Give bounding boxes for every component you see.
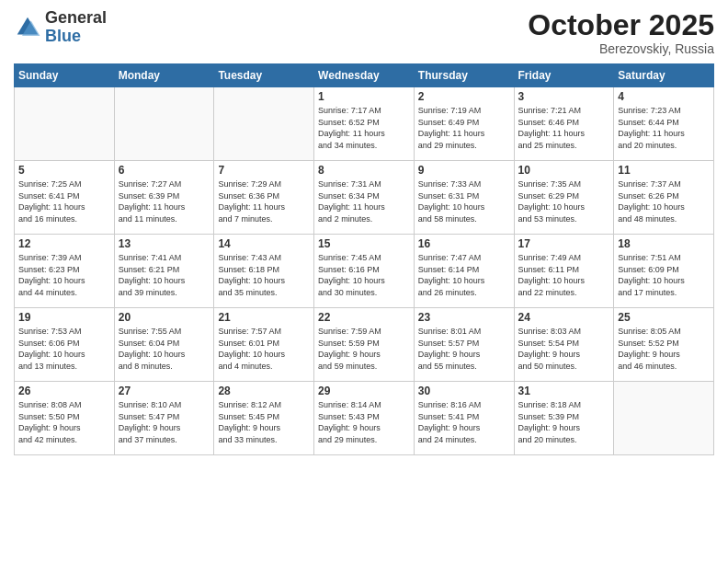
day-number: 30 [418,385,510,397]
logo-blue: Blue [45,28,107,46]
calendar-cell: 5Sunrise: 7:25 AM Sunset: 6:41 PM Daylig… [15,161,115,235]
day-number: 16 [418,237,510,250]
day-number: 25 [618,311,710,324]
day-number: 19 [18,311,110,324]
day-number: 9 [418,164,510,177]
calendar-cell: 26Sunrise: 8:08 AM Sunset: 5:50 PM Dayli… [15,382,115,455]
day-number: 14 [218,237,310,250]
day-info: Sunrise: 7:47 AM Sunset: 6:14 PM Dayligh… [418,252,510,298]
day-of-week-header: Saturday [614,64,714,87]
day-number: 12 [18,237,110,250]
day-of-week-header: Monday [114,64,214,87]
calendar-cell: 10Sunrise: 7:35 AM Sunset: 6:29 PM Dayli… [514,161,614,235]
day-info: Sunrise: 7:55 AM Sunset: 6:04 PM Dayligh… [119,326,210,372]
day-info: Sunrise: 7:17 AM Sunset: 6:52 PM Dayligh… [318,105,410,151]
calendar-cell: 27Sunrise: 8:10 AM Sunset: 5:47 PM Dayli… [114,382,214,455]
logo-icon [14,14,41,41]
calendar-cell: 19Sunrise: 7:53 AM Sunset: 6:06 PM Dayli… [15,308,115,382]
day-number: 10 [518,164,610,177]
day-number: 23 [418,311,510,324]
day-number: 3 [518,90,610,103]
day-number: 22 [318,311,410,324]
day-info: Sunrise: 8:12 AM Sunset: 5:45 PM Dayligh… [218,399,310,445]
day-info: Sunrise: 7:57 AM Sunset: 6:01 PM Dayligh… [218,326,310,372]
calendar-cell: 6Sunrise: 7:27 AM Sunset: 6:39 PM Daylig… [114,161,214,235]
day-info: Sunrise: 7:33 AM Sunset: 6:31 PM Dayligh… [418,178,510,224]
day-info: Sunrise: 7:53 AM Sunset: 6:06 PM Dayligh… [18,326,110,372]
calendar-cell: 20Sunrise: 7:55 AM Sunset: 6:04 PM Dayli… [114,308,214,382]
day-number: 27 [119,385,210,397]
calendar-header-row: SundayMondayTuesdayWednesdayThursdayFrid… [15,64,714,87]
day-number: 13 [119,237,210,250]
calendar-week-row: 19Sunrise: 7:53 AM Sunset: 6:06 PM Dayli… [15,308,714,382]
day-number: 5 [18,164,110,177]
subtitle: Berezovskiy, Russia [528,41,714,56]
calendar-cell: 24Sunrise: 8:03 AM Sunset: 5:54 PM Dayli… [514,308,614,382]
day-number: 31 [518,385,610,397]
day-of-week-header: Friday [514,64,614,87]
calendar-cell: 1Sunrise: 7:17 AM Sunset: 6:52 PM Daylig… [314,87,415,161]
logo-general: General [45,9,107,28]
calendar-cell [15,87,115,161]
day-info: Sunrise: 7:27 AM Sunset: 6:39 PM Dayligh… [119,178,210,224]
calendar-cell: 12Sunrise: 7:39 AM Sunset: 6:23 PM Dayli… [15,235,115,308]
day-number: 24 [518,311,610,324]
calendar-cell [114,87,214,161]
day-info: Sunrise: 7:29 AM Sunset: 6:36 PM Dayligh… [218,178,310,224]
day-info: Sunrise: 7:59 AM Sunset: 5:59 PM Dayligh… [318,326,410,372]
day-info: Sunrise: 8:10 AM Sunset: 5:47 PM Dayligh… [119,399,210,445]
day-number: 17 [518,237,610,250]
day-number: 1 [318,90,410,103]
header: General Blue October 2025 Berezovskiy, R… [14,9,714,56]
day-number: 7 [218,164,310,177]
calendar-cell: 29Sunrise: 8:14 AM Sunset: 5:43 PM Dayli… [314,382,415,455]
day-info: Sunrise: 8:03 AM Sunset: 5:54 PM Dayligh… [518,326,610,372]
calendar-cell: 16Sunrise: 7:47 AM Sunset: 6:14 PM Dayli… [414,235,514,308]
day-info: Sunrise: 7:35 AM Sunset: 6:29 PM Dayligh… [518,178,610,224]
calendar-cell: 2Sunrise: 7:19 AM Sunset: 6:49 PM Daylig… [414,87,514,161]
calendar-week-row: 5Sunrise: 7:25 AM Sunset: 6:41 PM Daylig… [15,161,714,235]
calendar: SundayMondayTuesdayWednesdayThursdayFrid… [14,63,714,455]
day-number: 8 [318,164,410,177]
day-number: 4 [618,90,710,103]
calendar-cell: 11Sunrise: 7:37 AM Sunset: 6:26 PM Dayli… [614,161,714,235]
day-info: Sunrise: 8:05 AM Sunset: 5:52 PM Dayligh… [618,326,710,372]
calendar-cell: 28Sunrise: 8:12 AM Sunset: 5:45 PM Dayli… [214,382,314,455]
day-number: 21 [218,311,310,324]
logo: General Blue [14,9,107,46]
calendar-week-row: 26Sunrise: 8:08 AM Sunset: 5:50 PM Dayli… [15,382,714,455]
day-number: 11 [618,164,710,177]
calendar-cell [614,382,714,455]
day-number: 29 [318,385,410,397]
calendar-cell: 22Sunrise: 7:59 AM Sunset: 5:59 PM Dayli… [314,308,415,382]
logo-text: General Blue [45,9,107,46]
calendar-week-row: 12Sunrise: 7:39 AM Sunset: 6:23 PM Dayli… [15,235,714,308]
calendar-cell: 9Sunrise: 7:33 AM Sunset: 6:31 PM Daylig… [414,161,514,235]
page-container: General Blue October 2025 Berezovskiy, R… [0,0,728,465]
calendar-cell [214,87,314,161]
calendar-cell: 23Sunrise: 8:01 AM Sunset: 5:57 PM Dayli… [414,308,514,382]
day-info: Sunrise: 7:45 AM Sunset: 6:16 PM Dayligh… [318,252,410,298]
day-info: Sunrise: 7:21 AM Sunset: 6:46 PM Dayligh… [518,105,610,151]
calendar-cell: 18Sunrise: 7:51 AM Sunset: 6:09 PM Dayli… [614,235,714,308]
day-info: Sunrise: 7:37 AM Sunset: 6:26 PM Dayligh… [618,178,710,224]
calendar-cell: 4Sunrise: 7:23 AM Sunset: 6:44 PM Daylig… [614,87,714,161]
day-info: Sunrise: 7:43 AM Sunset: 6:18 PM Dayligh… [218,252,310,298]
calendar-cell: 14Sunrise: 7:43 AM Sunset: 6:18 PM Dayli… [214,235,314,308]
day-info: Sunrise: 7:19 AM Sunset: 6:49 PM Dayligh… [418,105,510,151]
day-info: Sunrise: 8:16 AM Sunset: 5:41 PM Dayligh… [418,399,510,445]
day-of-week-header: Thursday [414,64,514,87]
day-info: Sunrise: 7:51 AM Sunset: 6:09 PM Dayligh… [618,252,710,298]
day-info: Sunrise: 7:49 AM Sunset: 6:11 PM Dayligh… [518,252,610,298]
calendar-cell: 17Sunrise: 7:49 AM Sunset: 6:11 PM Dayli… [514,235,614,308]
day-info: Sunrise: 7:25 AM Sunset: 6:41 PM Dayligh… [18,178,110,224]
day-number: 18 [618,237,710,250]
day-info: Sunrise: 8:08 AM Sunset: 5:50 PM Dayligh… [18,399,110,445]
calendar-cell: 13Sunrise: 7:41 AM Sunset: 6:21 PM Dayli… [114,235,214,308]
day-number: 6 [119,164,210,177]
day-info: Sunrise: 8:01 AM Sunset: 5:57 PM Dayligh… [418,326,510,372]
day-info: Sunrise: 7:31 AM Sunset: 6:34 PM Dayligh… [318,178,410,224]
day-of-week-header: Tuesday [214,64,314,87]
day-info: Sunrise: 8:14 AM Sunset: 5:43 PM Dayligh… [318,399,410,445]
day-number: 28 [218,385,310,397]
